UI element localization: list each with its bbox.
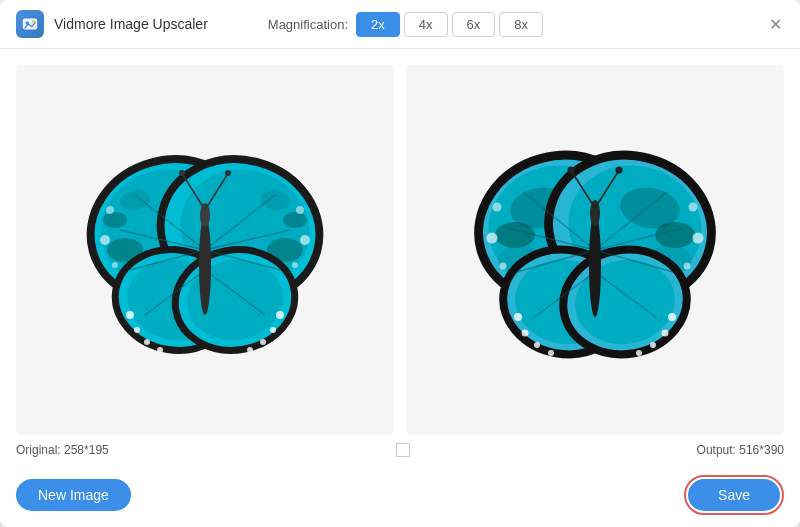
svg-point-47 [296,206,304,214]
app-window: Vidmore Image Upscaler Magnification: 2x… [0,0,800,527]
output-info: Output: 516*390 [697,443,784,457]
output-image-panel [406,65,784,435]
svg-point-91 [487,233,498,244]
svg-point-38 [199,215,211,315]
svg-point-69 [548,350,554,356]
svg-point-73 [668,313,676,321]
svg-point-44 [100,235,110,245]
svg-point-26 [276,311,284,319]
bottom-bar: New Image Save [0,465,800,527]
svg-point-28 [260,339,266,345]
svg-point-96 [684,263,691,270]
svg-point-88 [568,167,575,174]
svg-point-22 [157,347,163,353]
mag-btn-2x[interactable]: 2x [356,12,400,37]
svg-point-20 [134,327,140,333]
compare-checkbox[interactable] [396,443,410,457]
magnification-buttons: 2x 4x 6x 8x [356,12,543,37]
svg-point-90 [616,167,623,174]
svg-point-60 [655,222,695,248]
svg-point-68 [534,342,540,348]
svg-point-94 [689,203,698,212]
mag-btn-8x[interactable]: 8x [499,12,543,37]
svg-point-75 [650,342,656,348]
svg-point-66 [514,313,522,321]
svg-point-2 [32,20,35,23]
svg-point-27 [270,327,276,333]
compare-checkbox-container[interactable] [396,443,410,457]
svg-point-54 [495,222,535,248]
svg-point-48 [112,262,118,268]
info-bar: Original: 258*195 Output: 516*390 [0,435,800,465]
svg-point-29 [247,347,253,353]
main-content [0,49,800,435]
svg-point-21 [144,339,150,345]
svg-point-85 [589,213,601,317]
svg-point-76 [636,350,642,356]
output-butterfly [406,65,784,435]
title-bar: Vidmore Image Upscaler Magnification: 2x… [0,0,800,49]
save-button[interactable]: Save [688,479,780,511]
svg-point-45 [106,206,114,214]
svg-point-92 [493,203,502,212]
magnification-label: Magnification: [268,17,348,32]
svg-point-74 [662,330,669,337]
magnification-section: Magnification: 2x 4x 6x 8x [268,12,543,37]
app-title: Vidmore Image Upscaler [54,16,208,32]
svg-point-41 [179,170,185,176]
svg-point-19 [126,311,134,319]
svg-point-46 [300,235,310,245]
svg-point-67 [522,330,529,337]
svg-point-7 [103,212,127,228]
svg-point-39 [200,203,210,227]
mag-btn-4x[interactable]: 4x [404,12,448,37]
original-image-panel [16,65,394,435]
new-image-button[interactable]: New Image [16,479,131,511]
close-button[interactable]: ✕ [764,13,786,35]
save-button-wrapper: Save [684,475,784,515]
original-butterfly [16,65,394,435]
svg-point-13 [283,212,307,228]
svg-point-43 [225,170,231,176]
app-logo [16,10,44,38]
svg-point-95 [500,263,507,270]
original-info: Original: 258*195 [16,443,109,457]
svg-point-49 [292,262,298,268]
svg-point-93 [693,233,704,244]
mag-btn-6x[interactable]: 6x [452,12,496,37]
